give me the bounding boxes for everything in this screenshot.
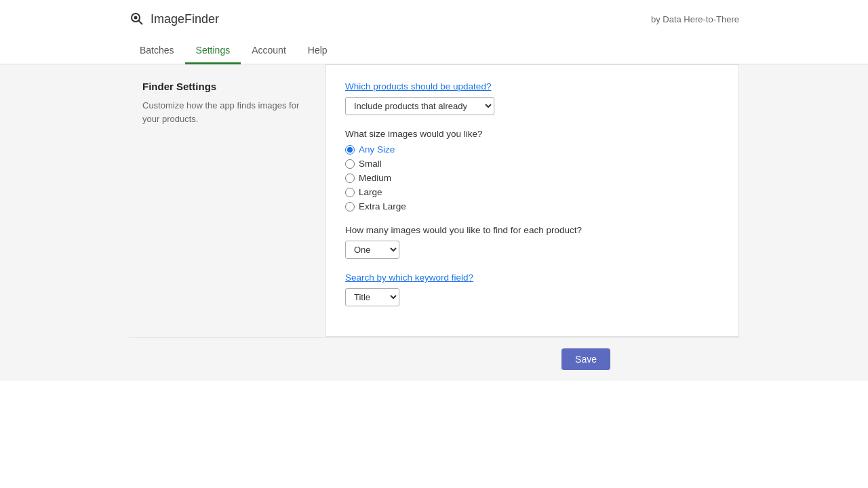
svg-point-2 — [134, 16, 138, 20]
radio-medium-label: Medium — [359, 173, 391, 183]
size-radio-group: Any Size Small Medium Large — [345, 144, 719, 211]
keyword-field-group: Search by which keyword field? Title SKU… — [345, 272, 719, 306]
products-label-text: Which products should be updated? — [345, 81, 491, 92]
nav: Batches Settings Account Help — [0, 38, 868, 64]
products-field-group: Which products should be updated? Includ… — [345, 81, 719, 115]
panel-row: Finder Settings Customize how the app fi… — [129, 64, 739, 337]
keyword-label: Search by which keyword field? — [345, 272, 719, 283]
radio-extra-large-label: Extra Large — [359, 201, 406, 211]
products-label: Which products should be updated? — [345, 81, 719, 92]
settings-panel: Which products should be updated? Includ… — [326, 64, 739, 337]
radio-small[interactable]: Small — [345, 159, 719, 169]
nav-item-settings[interactable]: Settings — [185, 38, 241, 64]
radio-any-size[interactable]: Any Size — [345, 144, 719, 155]
count-field-group: How many images would you like to find f… — [345, 225, 719, 259]
save-button[interactable]: Save — [561, 348, 610, 370]
sidebar-description: Customize how the app finds images for y… — [142, 99, 312, 125]
nav-item-batches[interactable]: Batches — [129, 38, 185, 64]
radio-large[interactable]: Large — [345, 187, 719, 197]
radio-large-label: Large — [359, 187, 382, 197]
size-label: What size images would you like? — [345, 129, 719, 139]
header: ImageFinder by Data Here-to-There — [0, 0, 868, 38]
sidebar-title: Finder Settings — [142, 81, 312, 92]
radio-large-input[interactable] — [345, 188, 355, 197]
footer: Save — [129, 337, 739, 381]
radio-medium-input[interactable] — [345, 174, 355, 183]
radio-extra-large-input[interactable] — [345, 202, 355, 211]
logo: ImageFinder — [129, 11, 219, 27]
svg-line-1 — [139, 21, 143, 25]
count-select[interactable]: One Two Three Four Five — [345, 241, 399, 259]
nav-item-help[interactable]: Help — [297, 38, 338, 64]
radio-any-size-label: Any Size — [359, 144, 395, 155]
nav-item-account[interactable]: Account — [241, 38, 297, 64]
count-label: How many images would you like to find f… — [345, 225, 719, 235]
radio-any-size-input[interactable] — [345, 145, 355, 155]
keyword-select[interactable]: Title SKU Description — [345, 288, 399, 306]
products-select[interactable]: Include products that already have image… — [345, 97, 494, 115]
size-field-group: What size images would you like? Any Siz… — [345, 129, 719, 211]
sidebar-panel: Finder Settings Customize how the app fi… — [129, 64, 326, 337]
radio-small-input[interactable] — [345, 159, 355, 169]
radio-extra-large[interactable]: Extra Large — [345, 201, 719, 211]
keyword-label-text: Search by which keyword field? — [345, 272, 473, 283]
radio-medium[interactable]: Medium — [345, 173, 719, 183]
logo-text: ImageFinder — [151, 12, 219, 26]
by-text: by Data Here-to-There — [651, 14, 739, 24]
radio-small-label: Small — [359, 159, 382, 169]
main-wrapper: Finder Settings Customize how the app fi… — [0, 64, 868, 381]
logo-icon — [129, 11, 145, 27]
